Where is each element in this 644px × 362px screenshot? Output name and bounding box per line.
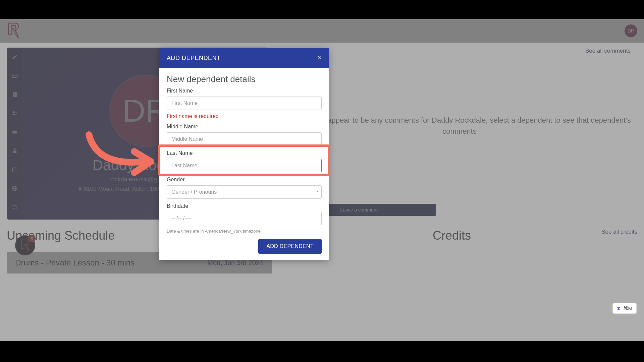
modal-footer: ADD DEPENDENT bbox=[159, 239, 329, 260]
contact-icon[interactable] bbox=[11, 91, 18, 98]
letterbox-bottom bbox=[0, 341, 644, 362]
notification-badge[interactable]: 5 bbox=[15, 235, 35, 255]
form-heading: New dependent details bbox=[167, 74, 322, 84]
first-name-error: First name is required bbox=[167, 113, 322, 119]
first-name-label: First Name bbox=[167, 88, 322, 94]
header-bar: DR bbox=[0, 19, 644, 43]
logo[interactable] bbox=[7, 21, 20, 40]
lock-icon[interactable] bbox=[11, 147, 18, 154]
keyboard-shortcut-hint[interactable]: ⧗ ⌘M bbox=[612, 303, 637, 314]
see-all-credits-link[interactable]: See all credits bbox=[601, 229, 637, 235]
add-dependent-button[interactable]: ADD DEPENDENT bbox=[258, 239, 322, 254]
gender-label: Gender bbox=[167, 177, 322, 183]
modal-body: New dependent details First Name First n… bbox=[159, 68, 329, 239]
svg-point-3 bbox=[14, 94, 15, 95]
logo-icon bbox=[7, 21, 20, 40]
tz-hint: Date & times are in America/New_York tim… bbox=[167, 229, 322, 234]
header-avatar-initials: DR bbox=[628, 28, 634, 34]
modal-close-button[interactable]: × bbox=[317, 54, 322, 62]
svg-rect-0 bbox=[12, 74, 17, 78]
shortcut-text: ⌘M bbox=[623, 305, 633, 311]
first-name-input[interactable] bbox=[167, 97, 322, 110]
app-container: DR DR Daddy Rockdale rockdalemus bbox=[0, 19, 644, 341]
comments-panel: See all comments There don't appear to b… bbox=[275, 48, 637, 336]
svg-rect-5 bbox=[13, 150, 16, 153]
calendar-icon[interactable] bbox=[11, 166, 18, 173]
see-all-comments-link[interactable]: See all comments bbox=[585, 48, 631, 54]
lesson-title: Drums - Private Lesson - 30 mins bbox=[15, 258, 135, 267]
gender-select-wrapper bbox=[167, 185, 322, 199]
header-avatar[interactable]: DR bbox=[625, 24, 637, 37]
add-dependent-modal: ADD DEPENDENT × New dependent details Fi… bbox=[159, 48, 329, 260]
credits-section: Credits See all credits bbox=[433, 229, 637, 243]
hourglass-icon: ⧗ bbox=[617, 305, 621, 311]
gender-select[interactable] bbox=[167, 185, 322, 199]
add-user-icon[interactable] bbox=[11, 110, 18, 117]
birthdate-input[interactable] bbox=[167, 212, 322, 225]
globe-icon[interactable] bbox=[11, 185, 18, 192]
modal-header: ADD DEPENDENT × bbox=[159, 48, 329, 68]
last-name-label: Last Name bbox=[167, 150, 322, 156]
svg-rect-6 bbox=[12, 168, 17, 172]
edit-icon[interactable] bbox=[11, 54, 18, 60]
location-pin-icon bbox=[77, 187, 82, 191]
birthdate-label: Birthdate bbox=[167, 203, 322, 209]
svg-point-4 bbox=[13, 111, 15, 113]
last-name-input[interactable] bbox=[167, 159, 322, 172]
middle-name-input[interactable] bbox=[167, 132, 322, 146]
letterbox-top bbox=[0, 0, 644, 19]
folder-icon[interactable] bbox=[11, 129, 18, 135]
card-icon[interactable] bbox=[11, 72, 18, 79]
sidebar-icon-strip bbox=[7, 48, 22, 220]
refresh-icon[interactable] bbox=[11, 204, 18, 210]
comments-empty-text: There don't appear to be any comments fo… bbox=[282, 115, 637, 137]
middle-name-label: Middle Name bbox=[167, 124, 322, 130]
notification-count: 5 bbox=[28, 235, 36, 242]
modal-title: ADD DEPENDENT bbox=[167, 55, 221, 62]
